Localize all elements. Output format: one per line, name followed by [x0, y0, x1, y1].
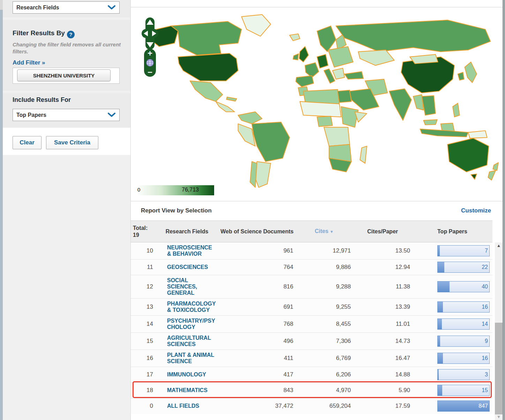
research-field-link[interactable]: MATHEMATICS: [167, 387, 216, 393]
filter-results-by-label: Filter Results By: [13, 29, 65, 37]
customize-link[interactable]: Customize: [461, 207, 491, 214]
table-scrollbar[interactable]: ▲ ▼: [495, 242, 503, 420]
row-wos-documents: 816: [219, 283, 295, 290]
research-fields-select[interactable]: Research Fields: [13, 1, 120, 14]
scrollbar-thumb[interactable]: [495, 323, 503, 414]
table-row: 10 NEUROSCIENCE & BEHAVIOR 961 12,971 13…: [131, 242, 492, 259]
top-papers-select[interactable]: Top Papers: [13, 109, 120, 121]
report-title: Report View by Selection: [141, 207, 212, 214]
sort-desc-icon: ▼: [330, 230, 334, 234]
row-wos-documents: 961: [219, 247, 295, 254]
column-cites-sort[interactable]: Cites▼: [295, 228, 353, 235]
row-cites: 7,306: [295, 338, 353, 345]
column-total: Total: 19: [131, 225, 155, 239]
research-field-link[interactable]: NEUROSCIENCE & BEHAVIOR: [167, 245, 216, 257]
top-papers-bar-fill: [438, 282, 450, 292]
column-research-fields: Research Fields: [155, 228, 219, 235]
row-cites-per-paper: 11.01: [353, 321, 412, 328]
row-wos-documents: 764: [219, 264, 295, 271]
top-papers-bar-fill: [438, 369, 439, 380]
add-filter-link[interactable]: Add Filter »: [13, 59, 45, 66]
row-rank: 16: [131, 355, 155, 362]
scrollbar-up-icon[interactable]: ▲: [495, 243, 503, 248]
research-field-link[interactable]: PLANT & ANIMAL SCIENCE: [167, 352, 216, 365]
row-rank: 13: [131, 303, 155, 310]
row-rank: 17: [131, 371, 155, 378]
active-filter-box: SHENZHEN UNIVERSITY: [13, 68, 120, 84]
chevron-down-icon: [107, 5, 116, 10]
row-rank: 14: [131, 321, 155, 328]
table-header-row: Total: 19 Research Fields Web of Science…: [131, 220, 492, 242]
row-wos-documents: 496: [219, 338, 295, 345]
row-cites-per-paper: 11.38: [353, 283, 412, 290]
research-field-link[interactable]: IMMUNOLOGY: [167, 372, 216, 378]
clear-button[interactable]: Clear: [13, 136, 42, 149]
include-results-title: Include Results For: [13, 96, 71, 104]
row-wos-documents: 37,472: [219, 403, 295, 410]
top-papers-bar: 16: [437, 353, 490, 364]
row-cites: 9,886: [295, 264, 353, 271]
column-cites-per-paper: Cites/Paper: [353, 228, 412, 235]
top-papers-bar: 22: [437, 262, 490, 273]
world-map[interactable]: [136, 10, 502, 189]
row-cites: 12,971: [295, 247, 353, 254]
table-row: 13 PHARMACOLOGY & TOXICOLOGY 691 9,255 1…: [131, 298, 492, 315]
map-color-scale: 0 76,713: [136, 185, 214, 195]
top-papers-bar-fill: [438, 319, 442, 329]
research-field-link[interactable]: ALL FIELDS: [167, 403, 216, 409]
row-rank: 15: [131, 338, 155, 345]
row-wos-documents: 691: [219, 303, 295, 310]
help-icon[interactable]: ?: [67, 31, 75, 38]
row-cites-per-paper: 5.90: [353, 387, 412, 394]
row-cites-per-paper: 14.73: [353, 338, 412, 345]
research-field-link[interactable]: PHARMACOLOGY & TOXICOLOGY: [167, 301, 216, 313]
map-pan-control[interactable]: [142, 17, 158, 50]
top-papers-select-value: Top Papers: [16, 112, 107, 118]
row-rank: 0: [131, 403, 155, 410]
map-panel: + − 0 76,713: [131, 8, 503, 201]
active-filter-chip[interactable]: SHENZHEN UNIVERSITY: [17, 69, 111, 81]
column-wos-documents: Web of Science Documents: [219, 228, 295, 235]
top-papers-bar-fill: [438, 262, 444, 272]
legend-min-value: 0: [137, 187, 140, 193]
legend-max-value: 76,713: [182, 187, 199, 193]
top-papers-bar: 9: [437, 336, 490, 347]
zoom-in-button[interactable]: +: [148, 50, 152, 57]
scrollbar-down-icon[interactable]: ▼: [495, 414, 503, 419]
top-papers-value: 847: [478, 403, 488, 409]
row-cites: 4,970: [295, 387, 353, 394]
top-papers-value: 22: [482, 264, 488, 270]
top-papers-bar: 14: [437, 318, 490, 330]
research-field-link[interactable]: SOCIAL SCIENCES, GENERAL: [167, 277, 216, 296]
page-left-scroll-strip[interactable]: [0, 0, 3, 420]
research-field-link[interactable]: GEOSCIENCES: [167, 264, 216, 270]
top-papers-value: 16: [482, 355, 488, 361]
save-criteria-button[interactable]: Save Criteria: [46, 136, 98, 149]
map-zoom-control: + −: [144, 49, 156, 77]
research-field-link[interactable]: AGRICULTURAL SCIENCES: [167, 335, 216, 347]
row-cites-per-paper: 13.50: [353, 247, 412, 254]
table-row: 0 ALL FIELDS 37,472 659,204 17.59 847: [131, 398, 492, 414]
globe-icon[interactable]: [146, 59, 154, 67]
table-row: 12 SOCIAL SCIENCES, GENERAL 816 9,288 11…: [131, 275, 492, 298]
row-rank: 18: [131, 387, 155, 394]
main-content: + − 0 76,713 Report View by Selection Cu…: [130, 0, 503, 420]
row-cites: 659,204: [295, 403, 353, 410]
top-papers-bar-fill: [438, 302, 443, 312]
top-papers-value: 40: [482, 284, 488, 290]
zoom-out-button[interactable]: −: [148, 68, 152, 76]
row-rank: 12: [131, 283, 155, 290]
row-rank: 10: [131, 247, 155, 254]
top-papers-bar: 847: [437, 400, 490, 412]
top-papers-bar: 7: [437, 245, 490, 256]
row-wos-documents: 411: [219, 355, 295, 362]
chevron-down-icon: [107, 113, 116, 118]
row-wos-documents: 417: [219, 371, 295, 378]
top-papers-value: 9: [485, 338, 488, 344]
research-field-link[interactable]: PSYCHIATRY/PSYCHOLOGY: [167, 318, 216, 330]
page-right-scroll-strip[interactable]: [503, 0, 505, 420]
row-rank: 11: [131, 264, 155, 271]
top-papers-value: 3: [485, 372, 488, 378]
row-cites-per-paper: 14.88: [353, 371, 412, 378]
table-row: 18 MATHEMATICS 843 4,970 5.90 15: [131, 382, 492, 398]
